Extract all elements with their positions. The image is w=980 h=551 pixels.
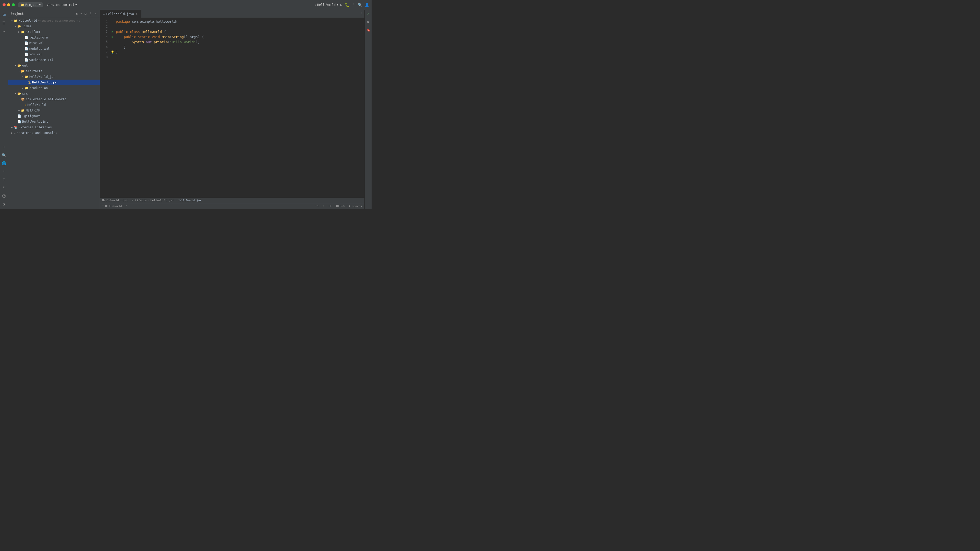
run-main-gutter-icon[interactable]: ▶ [112, 35, 114, 38]
collapse-all-icon[interactable]: ⊟ [84, 11, 87, 16]
tree-item-production[interactable]: ▶ 📁 production [8, 85, 100, 91]
tab-close-button[interactable]: × [135, 12, 138, 16]
tree-item-src[interactable]: ▾ 📂 src [8, 91, 100, 97]
breadcrumb-helloworld[interactable]: HelloWorld [102, 199, 119, 202]
tree-arrow-ext-libs: ▶ [10, 125, 14, 129]
tree-item-vcs-xml[interactable]: 📄 vcs.xml [8, 52, 100, 57]
search-everywhere-button[interactable]: 🔍 [358, 3, 362, 7]
code-editor[interactable]: 1 package com.example.helloworld; 2 3 ▶ … [100, 18, 364, 197]
warnings-status[interactable]: ⚡ [124, 205, 127, 208]
tree-label-idea-artifacts: artifacts [26, 30, 42, 34]
tree-item-helloworld-jar-folder[interactable]: ▾ 📂 HelloWorld_jar [8, 74, 100, 79]
tab-helloworld-java[interactable]: ☕ HelloWorld.java × [100, 10, 142, 17]
sidebar-item-terminal[interactable]: T [0, 176, 8, 183]
tree-item-external-libraries[interactable]: ▶ 📚 External Libraries [8, 124, 100, 130]
code-line-6: 6 } [100, 44, 364, 49]
tree-arrow-metainf: ▶ [18, 109, 21, 112]
more-actions-button[interactable]: ⋮ [352, 3, 355, 7]
run-button[interactable]: ▶ [340, 3, 342, 7]
tree-item-scratches[interactable]: ▶ ✏ Scratches and Consoles [8, 130, 100, 136]
window-minimize-button[interactable] [7, 3, 10, 6]
tree-label-misc-xml: misc.xml [29, 41, 44, 45]
tree-item-helloworld-jar-file[interactable]: 🗜 HelloWorld.jar [8, 79, 100, 85]
tree-item-workspace-xml[interactable]: 📄 workspace.xml [8, 57, 100, 63]
tree-item-idea[interactable]: ▾ 📂 .idea [8, 24, 100, 29]
breadcrumb-sep-4: › [175, 199, 177, 202]
window-maximize-button[interactable] [12, 3, 15, 6]
sidebar-item-help[interactable]: ? [0, 192, 8, 200]
no-errors-icon[interactable]: ✓ [366, 11, 371, 16]
sidebar-item-structure[interactable]: ☰ [0, 19, 8, 27]
tree-item-out[interactable]: ▾ 📂 out [8, 63, 100, 68]
window-controls [3, 3, 15, 6]
line-num-7: 7 [101, 50, 110, 54]
cursor-position-status[interactable]: 8:1 [313, 205, 320, 208]
run-gutter-icon[interactable]: ▶ [112, 30, 114, 33]
tree-arrow-production: ▶ [21, 86, 24, 90]
sidebar-item-lightning[interactable]: ⚡ [0, 143, 8, 151]
sidebar-item-search[interactable]: 🔍 [0, 151, 8, 159]
tree-no-arrow-iml [14, 120, 18, 124]
tree-item-misc-xml[interactable]: 📄 misc.xml [8, 40, 100, 46]
sidebar-item-project[interactable]: 🗂 [0, 11, 8, 18]
version-control-menu[interactable]: Version control ▼ [45, 2, 79, 7]
tabs-more-icon[interactable]: ⋮ [360, 12, 363, 16]
sidebar-item-bookmarks[interactable]: ◑ [0, 200, 8, 208]
panel-settings-icon[interactable]: ⋮ [88, 11, 93, 16]
scroll-to-source-icon[interactable]: ⌖ [80, 11, 83, 16]
sidebar-item-globe[interactable]: 🌐 [0, 160, 8, 167]
project-menu[interactable]: 📁 Project ▼ [18, 2, 43, 7]
git-branch-status[interactable]: ⑂ HelloWorld [102, 205, 123, 208]
tree-label-helloworld-root: HelloWorld [19, 19, 37, 22]
tree-arrow-src: ▾ [14, 92, 18, 95]
tree-item-root-gitignore[interactable]: 📄 .gitignore [8, 113, 100, 119]
column-selector-icon[interactable]: ⊞ [322, 205, 325, 208]
workspace-xml-icon: 📄 [24, 58, 28, 62]
tree-item-meta-inf[interactable]: ▶ 📁 META-INF [8, 108, 100, 113]
meta-inf-icon: 📁 [21, 109, 25, 112]
tree-item-modules-xml[interactable]: 📄 modules.xml [8, 46, 100, 52]
title-bar: 📁 Project ▼ Version control ▼ ☕ HelloWor… [0, 0, 372, 10]
title-bar-actions: ▶ 🐛 ⋮ 🔍 👤 [340, 3, 369, 7]
tree-item-out-artifacts[interactable]: ▾ 📂 artifacts [8, 68, 100, 74]
project-tree-icon: 🗂 [2, 13, 6, 17]
account-button[interactable]: 👤 [365, 3, 369, 7]
debug-button[interactable]: 🐛 [345, 3, 349, 7]
encoding-status[interactable]: UTF-8 [335, 205, 345, 208]
indent-status[interactable]: 4 spaces [348, 205, 363, 208]
line-content-6: } [115, 45, 126, 49]
breadcrumb-artifacts[interactable]: artifacts [131, 199, 147, 202]
sidebar-item-git[interactable]: ⑂ [0, 184, 8, 191]
line-ending-status[interactable]: LF [328, 205, 333, 208]
folder-icon: 📁 [21, 3, 24, 6]
sidebar-item-more[interactable]: ⋯ [0, 27, 8, 35]
hwjar-folder-icon: 📂 [24, 75, 28, 79]
tree-arrow-helloworld: ▾ [10, 19, 14, 22]
tree-item-helloworld-iml[interactable]: 📄 HelloWorld.iml [8, 119, 100, 124]
right-panel-bookmarks[interactable]: 🔖 [366, 27, 371, 33]
external-libs-icon: 📚 [14, 125, 18, 129]
tree-label-workspace-xml: workspace.xml [29, 58, 53, 62]
breadcrumb-sep-1: › [120, 199, 122, 202]
sync-panel-icon[interactable]: ↻ [75, 11, 78, 16]
code-line-2: 2 [100, 24, 364, 29]
window-close-button[interactable] [3, 3, 6, 6]
breadcrumb-hwjar-folder[interactable]: HelloWorld_jar [151, 199, 174, 202]
java-tab-icon: ☕ [103, 12, 105, 16]
breadcrumb-hwjar-file[interactable]: HelloWorld.jar [178, 199, 202, 202]
breadcrumb-out[interactable]: out [123, 199, 128, 202]
tree-arrow-out-artifacts: ▾ [18, 69, 21, 73]
scratches-icon: ✏ [14, 131, 16, 135]
close-panel-icon[interactable]: × [94, 11, 97, 16]
code-line-5: 5 System.out.println("Hello World"); [100, 39, 364, 44]
tree-item-helloworld-class[interactable]: ☕ HelloWorld [8, 102, 100, 108]
tree-item-idea-artifacts[interactable]: ▶ 📁 artifacts [8, 29, 100, 35]
tree-label-root-gitignore: .gitignore [22, 114, 41, 118]
gitignore-icon: 📄 [24, 36, 28, 39]
tree-item-helloworld-root[interactable]: ▾ 📁 HelloWorld ~/IdeaProjects/HelloWorld [8, 18, 100, 24]
tree-item-idea-gitignore[interactable]: 📄 .gitignore [8, 35, 100, 40]
jar-file-icon: 🗜 [28, 81, 31, 84]
sidebar-item-plugins[interactable]: ⬇ [0, 168, 8, 175]
tree-item-package[interactable]: ▾ 📦 com.example.helloworld [8, 97, 100, 102]
right-panel-settings[interactable]: ⚙ [366, 19, 371, 24]
